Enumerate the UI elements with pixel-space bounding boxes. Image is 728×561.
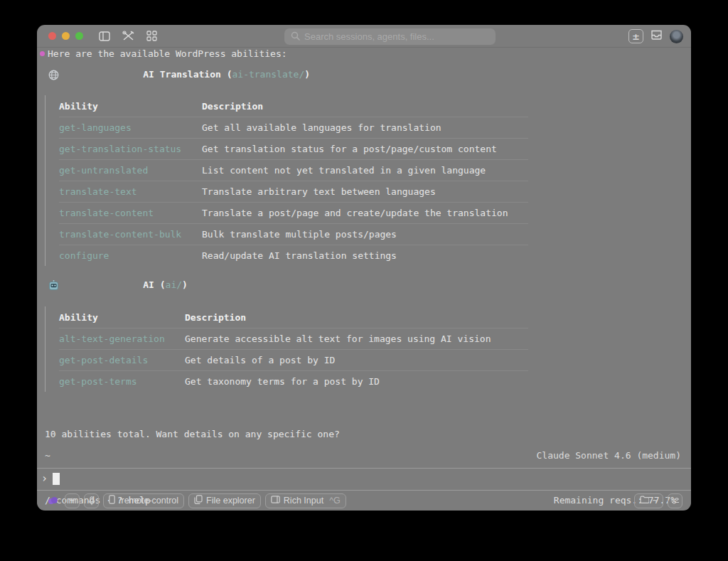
rich-input-button[interactable]: Rich Input ^G <box>265 493 346 508</box>
column-header-ability: Ability <box>59 101 202 112</box>
user-avatar[interactable] <box>670 30 683 43</box>
section-title: AI ( <box>143 279 165 290</box>
table-row: translate-contentTranslate a post/page a… <box>59 202 528 223</box>
table-row: configureRead/update AI translation sett… <box>59 245 528 266</box>
brain-icon[interactable] <box>48 497 58 504</box>
working-directory-button[interactable]: ~ <box>634 493 663 508</box>
table-row: alt-text-generationGenerate accessible a… <box>59 328 528 349</box>
section-namespace: ai-translate/ <box>232 69 304 80</box>
table-row: get-untranslatedList content not yet tra… <box>59 159 528 181</box>
terminal-window: ± Here are the available WordPress abili… <box>37 25 691 511</box>
sidebar-toggle-icon[interactable] <box>99 31 110 41</box>
tools-icon[interactable] <box>122 31 134 41</box>
table-row: translate-textTranslate arbitrary text b… <box>59 181 528 202</box>
table-row: get-languagesGet all available languages… <box>59 117 528 138</box>
section-header-ai: AI (ai/) <box>48 279 188 292</box>
import-button[interactable]: ± <box>628 29 643 43</box>
summary-text: 10 abilities total. Want details on any … <box>45 428 340 441</box>
section-header-ai-translation: AI Translation (ai-translate/) <box>48 68 310 81</box>
settings-sliders-button[interactable] <box>668 493 682 508</box>
keyboard-shortcut: ^G <box>329 496 341 506</box>
section-title: AI Translation ( <box>143 69 232 80</box>
search-icon <box>291 31 300 43</box>
prompt-symbol: › <box>41 472 48 485</box>
files-icon <box>194 495 203 506</box>
model-indicator[interactable]: Claude Sonnet 4.6 (medium) <box>537 449 682 462</box>
table-row: get-post-termsGet taxonomy terms for a p… <box>59 370 528 392</box>
titlebar: ± <box>37 25 691 48</box>
search-bar[interactable] <box>284 28 496 45</box>
close-button[interactable] <box>48 32 56 40</box>
inbox-icon[interactable] <box>651 30 663 43</box>
search-input[interactable] <box>304 31 489 42</box>
zoom-button[interactable] <box>75 32 83 40</box>
rich-input-icon <box>271 496 280 506</box>
terminal-content: Here are the available WordPress abiliti… <box>37 48 691 511</box>
prompt-input[interactable]: › <box>41 471 60 486</box>
column-header-description: Description <box>185 312 528 323</box>
table-row: get-post-detailsGet details of a post by… <box>59 349 528 370</box>
add-attachment-button[interactable]: + <box>65 493 80 508</box>
bottom-toolbar: + /remote-control File explorer Rich Inp… <box>48 491 346 510</box>
divider <box>37 468 691 469</box>
table-row: translate-content-bulkBulk translate mul… <box>59 223 528 245</box>
bottom-toolbar-right: ~ <box>634 491 682 510</box>
abilities-table-ai-translation: Ability Description get-languagesGet all… <box>45 95 528 266</box>
column-header-description: Description <box>202 101 528 112</box>
grid-icon[interactable] <box>146 31 157 41</box>
text-cursor <box>53 473 60 485</box>
folder-icon <box>640 496 649 506</box>
phone-icon <box>109 495 115 506</box>
microphone-button[interactable] <box>84 493 99 508</box>
column-header-ability: Ability <box>59 312 185 323</box>
minimize-button[interactable] <box>62 32 70 40</box>
divider <box>37 490 691 491</box>
table-header-row: Ability Description <box>59 306 528 328</box>
section-namespace: ai/ <box>166 279 182 290</box>
traffic-lights <box>48 32 83 40</box>
abilities-table-ai: Ability Description alt-text-generationG… <box>45 306 528 392</box>
table-row: get-translation-statusGet translation st… <box>59 138 528 159</box>
file-explorer-button[interactable]: File explorer <box>188 493 261 508</box>
table-header-row: Ability Description <box>59 95 528 117</box>
vim-mode-indicator: ~ <box>45 449 50 462</box>
message-bullet <box>40 51 45 56</box>
remote-control-button[interactable]: /remote-control <box>103 493 184 508</box>
